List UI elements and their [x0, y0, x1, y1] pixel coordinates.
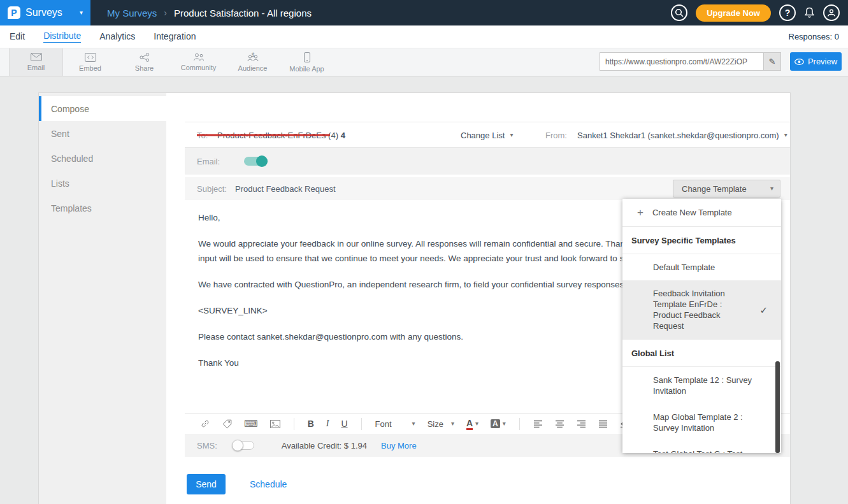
- search-button[interactable]: [671, 4, 687, 21]
- surveys-app-menu[interactable]: P Surveys ▾: [0, 0, 90, 25]
- channel-label: Audience: [238, 64, 268, 72]
- envelope-icon: [31, 53, 42, 61]
- embed-code-icon: [85, 53, 96, 62]
- edit-url-button[interactable]: ✎: [763, 53, 780, 70]
- account-avatar[interactable]: [823, 4, 840, 21]
- sms-toggle[interactable]: [232, 441, 254, 450]
- bell-icon: [804, 7, 815, 18]
- from-sender-dropdown[interactable]: Sanket1 Shekdar1 (sanket.shekdar@questio…: [577, 130, 787, 140]
- font-family-select[interactable]: Font ▾: [375, 419, 415, 429]
- survey-url-text[interactable]: https://www.questionpro.com/t/AW22ZiOP: [600, 57, 763, 66]
- justify-icon: [598, 420, 608, 428]
- tab-distribute[interactable]: Distribute: [43, 31, 81, 43]
- channel-email[interactable]: Email: [9, 48, 63, 76]
- merge-tag-button[interactable]: [222, 419, 232, 429]
- from-sender-value: Sanket1 Shekdar1 (sanket.shekdar@questio…: [577, 130, 779, 140]
- global-list-header: Global List: [622, 340, 781, 367]
- align-center-icon: [555, 420, 564, 428]
- share-icon: [140, 53, 150, 62]
- keyboard-button[interactable]: ⌨: [244, 418, 258, 429]
- italic-button[interactable]: I: [326, 419, 329, 429]
- chevron-down-icon: ▾: [784, 132, 787, 138]
- breadcrumb-my-surveys[interactable]: My Surveys: [107, 8, 157, 18]
- questionpro-logo-icon: P: [8, 6, 20, 19]
- chevron-down-icon: ▾: [80, 10, 83, 16]
- eye-icon: [794, 59, 804, 65]
- tab-integration[interactable]: Integration: [154, 31, 196, 43]
- bold-button[interactable]: B: [308, 419, 314, 429]
- align-center-button[interactable]: [555, 420, 564, 428]
- notifications-button[interactable]: [804, 7, 815, 18]
- align-left-button[interactable]: [533, 420, 543, 428]
- sidebar-item-templates[interactable]: Templates: [39, 196, 166, 220]
- sidebar-item-scheduled[interactable]: Scheduled: [39, 146, 166, 171]
- user-icon: [827, 8, 836, 17]
- tab-analytics[interactable]: Analytics: [99, 31, 135, 43]
- survey-url-field[interactable]: https://www.questionpro.com/t/AW22ZiOP ✎: [600, 52, 781, 71]
- menu-item-feedback-invitation-template[interactable]: Feedback Invitation Template EnFrDe : Pr…: [622, 280, 781, 340]
- subject-input[interactable]: Product Feedback Request: [235, 184, 336, 194]
- selected-template-label: Feedback Invitation Template EnFrDe : Pr…: [653, 289, 725, 331]
- channel-label: Community: [181, 64, 217, 71]
- email-toggle[interactable]: [244, 157, 266, 166]
- channel-label: Mobile App: [289, 65, 324, 73]
- toolbar-divider: [294, 418, 294, 430]
- insert-link-button[interactable]: [200, 419, 210, 429]
- preview-button[interactable]: Preview: [790, 52, 842, 71]
- channel-audience[interactable]: $ Audience: [226, 48, 280, 76]
- align-right-button[interactable]: [577, 420, 586, 428]
- breadcrumb: My Surveys › Product Satisfaction - All …: [107, 8, 312, 18]
- sidebar-item-compose[interactable]: Compose: [39, 96, 166, 121]
- create-new-template-item[interactable]: + Create New Template: [622, 199, 781, 227]
- channel-community[interactable]: Community: [171, 48, 226, 76]
- surveys-menu-label: Surveys: [25, 7, 62, 18]
- font-size-select[interactable]: Size ▾: [428, 419, 454, 429]
- tab-edit[interactable]: Edit: [10, 31, 25, 43]
- send-button[interactable]: Send: [187, 474, 226, 494]
- email-toggle-row: Email:: [185, 148, 790, 175]
- image-icon: [270, 420, 280, 428]
- toolbar-divider: [519, 418, 520, 430]
- font-family-label: Font: [375, 419, 392, 429]
- breadcrumb-separator: ›: [164, 8, 167, 18]
- justify-button[interactable]: [598, 420, 608, 428]
- align-left-icon: [533, 420, 543, 428]
- search-icon: [675, 8, 684, 17]
- channel-mobile-app[interactable]: Mobile App: [280, 48, 334, 76]
- text-color-label: A: [466, 418, 473, 430]
- keyboard-icon: ⌨: [244, 418, 258, 429]
- insert-image-button[interactable]: [270, 420, 280, 428]
- menu-item-map-global-template-2[interactable]: Map Global Template 2 : Survey Invitatio…: [622, 404, 781, 441]
- text-color-button[interactable]: A ▾: [466, 418, 478, 430]
- upgrade-now-button[interactable]: Upgrade Now: [696, 4, 771, 22]
- toggle-knob: [256, 155, 268, 167]
- page-title: Product Satisfaction - All regions: [174, 8, 312, 18]
- from-label: From:: [545, 130, 567, 140]
- schedule-link[interactable]: Schedule: [250, 479, 287, 489]
- menu-item-default-template[interactable]: Default Template: [622, 254, 781, 280]
- menu-scrollbar-thumb[interactable]: [775, 361, 780, 453]
- channel-share[interactable]: Share: [117, 48, 171, 76]
- buy-more-link[interactable]: Buy More: [381, 441, 417, 450]
- available-credit: Available Credit: $ 1.94: [282, 441, 367, 450]
- change-list-dropdown[interactable]: Change List ▾: [461, 130, 513, 140]
- chevron-down-icon: ▾: [770, 185, 773, 192]
- to-list-red-underline: [197, 134, 330, 136]
- underline-button[interactable]: U: [341, 419, 347, 429]
- top-header: P Surveys ▾ My Surveys › Product Satisfa…: [0, 0, 848, 25]
- chevron-down-icon: ▾: [503, 421, 506, 427]
- menu-item-test-global-test-g[interactable]: Test Global Test G : Test RAA G: [622, 441, 781, 453]
- mobile-phone-icon: [304, 52, 310, 62]
- channel-embed[interactable]: Embed: [63, 48, 117, 76]
- email-label: Email:: [197, 157, 220, 166]
- sidebar-item-sent[interactable]: Sent: [39, 121, 166, 146]
- menu-item-sank-template-12[interactable]: Sank Template 12 : Survey Invitation: [622, 367, 781, 404]
- channel-label: Email: [27, 64, 45, 71]
- help-button[interactable]: ?: [779, 4, 796, 21]
- preview-label: Preview: [808, 57, 837, 66]
- highlight-color-button[interactable]: A ▾: [491, 419, 506, 428]
- change-template-button[interactable]: Change Template ▾: [673, 180, 780, 198]
- font-size-label: Size: [428, 419, 443, 429]
- section-tabs: Edit Distribute Analytics Integration Re…: [0, 25, 848, 48]
- sidebar-item-lists[interactable]: Lists: [39, 171, 166, 196]
